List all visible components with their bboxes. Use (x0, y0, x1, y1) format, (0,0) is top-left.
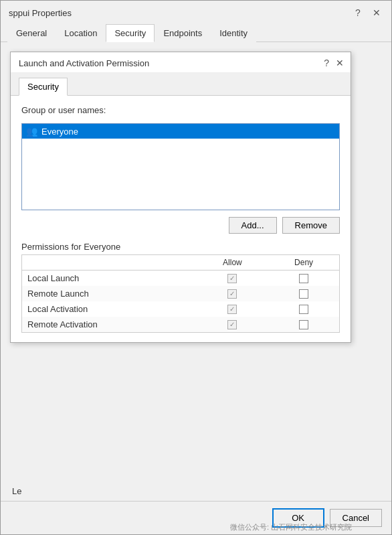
allow-cell-remote-launch (197, 286, 268, 301)
table-row: Local Activation (22, 301, 339, 317)
table-row: Remote Launch (22, 286, 339, 301)
user-item-label: Everyone (41, 127, 78, 137)
deny-checkbox-remote-launch[interactable] (274, 289, 334, 299)
permission-name-remote-activation: Remote Activation (22, 317, 197, 332)
tab-endpoints[interactable]: Endpoints (155, 24, 211, 42)
tab-identity[interactable]: Identity (211, 24, 256, 42)
user-item-everyone[interactable]: 👥 Everyone (22, 124, 339, 139)
allow-cell-local-activation (197, 301, 268, 317)
permission-name-local-launch: Local Launch (22, 271, 197, 287)
outer-close-icon[interactable]: ✕ (370, 6, 383, 19)
tab-location[interactable]: Location (56, 24, 106, 42)
add-remove-btn-row: Add... Remove (21, 217, 340, 234)
allow-cell-remote-activation (197, 317, 268, 332)
inner-help-icon[interactable]: ? (324, 58, 329, 68)
outer-help-icon[interactable]: ? (351, 6, 365, 19)
col-header-deny: Deny (268, 255, 339, 271)
deny-checkbox-local-activation[interactable] (274, 305, 334, 314)
inner-tab-security[interactable]: Security (19, 78, 68, 96)
inner-close-icon[interactable]: ✕ (336, 58, 344, 68)
inner-content: Group or user names: 👥 Everyone Add... R… (11, 96, 351, 342)
deny-cell-local-launch (268, 271, 339, 287)
allow-checkbox-local-launch[interactable] (202, 274, 263, 283)
deny-cell-local-activation (268, 301, 339, 317)
permission-name-remote-launch: Remote Launch (22, 286, 197, 301)
outer-titlebar-icons: ? ✕ (351, 6, 383, 19)
permissions-table: Allow Deny Local Launch (22, 255, 339, 332)
deny-checkbox-local-launch[interactable] (274, 274, 334, 283)
inner-titlebar: Launch and Activation Permission ? ✕ (11, 52, 351, 73)
outer-tabs-row: General Location Security Endpoints Iden… (1, 23, 391, 42)
allow-cell-local-launch (197, 271, 268, 287)
allow-checkbox-local-activation[interactable] (202, 305, 263, 314)
allow-checkbox-remote-launch[interactable] (202, 289, 263, 299)
permissions-section: Permissions for Everyone Allow Deny (21, 242, 340, 333)
inner-dialog-title: Launch and Activation Permission (19, 58, 149, 68)
permissions-label: Permissions for Everyone (21, 242, 340, 252)
permissions-table-header: Allow Deny (22, 255, 339, 271)
watermark-text: 微信公众号: 山石网科安全技术研究院 (230, 522, 352, 532)
outer-content: Launch and Activation Permission ? ✕ Sec… (1, 42, 391, 501)
table-row: Local Launch (22, 271, 339, 287)
user-listbox[interactable]: 👥 Everyone (21, 123, 340, 210)
left-partial-label: Le (12, 486, 21, 496)
inner-dialog: Launch and Activation Permission ? ✕ Sec… (10, 52, 351, 343)
add-button[interactable]: Add... (229, 217, 277, 234)
user-group-icon: 👥 (26, 126, 37, 137)
deny-cell-remote-launch (268, 286, 339, 301)
deny-checkbox-remote-activation[interactable] (274, 320, 334, 329)
outer-bottom-bar: 微信公众号: 山石网科安全技术研究院 OK Cancel (1, 501, 391, 534)
col-header-permission (22, 255, 197, 271)
allow-checkbox-remote-activation[interactable] (202, 320, 263, 329)
outer-window-title: sppui Properties (9, 8, 72, 18)
table-row: Remote Activation (22, 317, 339, 332)
tab-security[interactable]: Security (106, 24, 155, 42)
permission-name-local-activation: Local Activation (22, 301, 197, 317)
outer-window: sppui Properties ? ✕ General Location Se… (0, 0, 392, 535)
inner-titlebar-icons: ? ✕ (324, 58, 344, 68)
col-header-allow: Allow (197, 255, 268, 271)
inner-tabs-row: Security (11, 73, 351, 96)
outer-titlebar: sppui Properties ? ✕ (1, 1, 391, 23)
permissions-table-wrapper: Allow Deny Local Launch (21, 254, 340, 333)
group-user-label: Group or user names: (21, 105, 340, 115)
tab-general[interactable]: General (7, 24, 56, 42)
deny-cell-remote-activation (268, 317, 339, 332)
remove-button[interactable]: Remove (282, 217, 340, 234)
